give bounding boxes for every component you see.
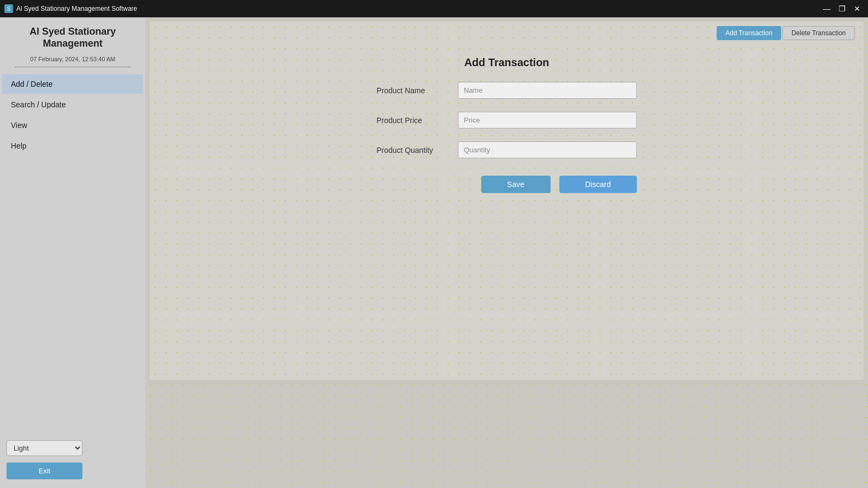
title-bar: S Al Syed Stationary Management Software… [0, 0, 868, 17]
sidebar-item-help[interactable]: Help [2, 136, 143, 156]
window-controls: — ❐ ✕ [820, 2, 864, 15]
product-quantity-input[interactable] [458, 142, 637, 158]
sidebar-item-add-delete[interactable]: Add / Delete [2, 74, 143, 94]
form-title: Add Transaction [464, 56, 550, 69]
app-title: Al Syed Stationary Management [0, 26, 145, 52]
title-bar-left: S Al Syed Stationary Management Software [4, 4, 137, 13]
window-title: Al Syed Stationary Management Software [16, 5, 137, 12]
product-name-row: Product Name [376, 82, 637, 99]
product-quantity-label: Product Quantity [376, 146, 458, 155]
product-price-input[interactable] [458, 112, 637, 129]
form-section: Add Transaction Product Name Product Pri… [150, 46, 864, 204]
main-content: Add Transaction Delete Transaction Add T… [145, 17, 868, 488]
sidebar-divider [15, 67, 131, 67]
product-name-label: Product Name [376, 86, 458, 95]
product-name-input[interactable] [458, 82, 637, 99]
tab-buttons: Add Transaction Delete Transaction [717, 26, 855, 40]
tab-delete-transaction[interactable]: Delete Transaction [782, 26, 855, 40]
sidebar-bottom: Light Dark Exit [7, 440, 82, 479]
datetime-display: 07 February, 2024, 12:53:40 AM [0, 56, 145, 62]
sidebar: Al Syed Stationary Management 07 Februar… [0, 17, 145, 488]
save-button[interactable]: Save [481, 176, 551, 193]
close-button[interactable]: ✕ [851, 2, 864, 15]
bottom-area [145, 380, 868, 488]
product-price-row: Product Price [376, 112, 637, 129]
sidebar-item-view[interactable]: View [2, 115, 143, 135]
tab-add-transaction[interactable]: Add Transaction [717, 26, 781, 40]
form-buttons: Save Discard [376, 176, 637, 193]
product-quantity-row: Product Quantity [376, 142, 637, 158]
discard-button[interactable]: Discard [559, 176, 637, 193]
app-container: Al Syed Stationary Management 07 Februar… [0, 17, 868, 488]
sidebar-item-search-update[interactable]: Search / Update [2, 95, 143, 114]
theme-selector[interactable]: Light Dark [7, 440, 82, 456]
transaction-panel: Add Transaction Delete Transaction Add T… [150, 22, 864, 380]
app-icon: S [4, 4, 13, 13]
restore-button[interactable]: ❐ [835, 2, 848, 15]
exit-button[interactable]: Exit [7, 463, 82, 479]
minimize-button[interactable]: — [820, 2, 833, 15]
sidebar-nav: Add / Delete Search / Update View Help [0, 74, 145, 156]
product-price-label: Product Price [376, 116, 458, 125]
